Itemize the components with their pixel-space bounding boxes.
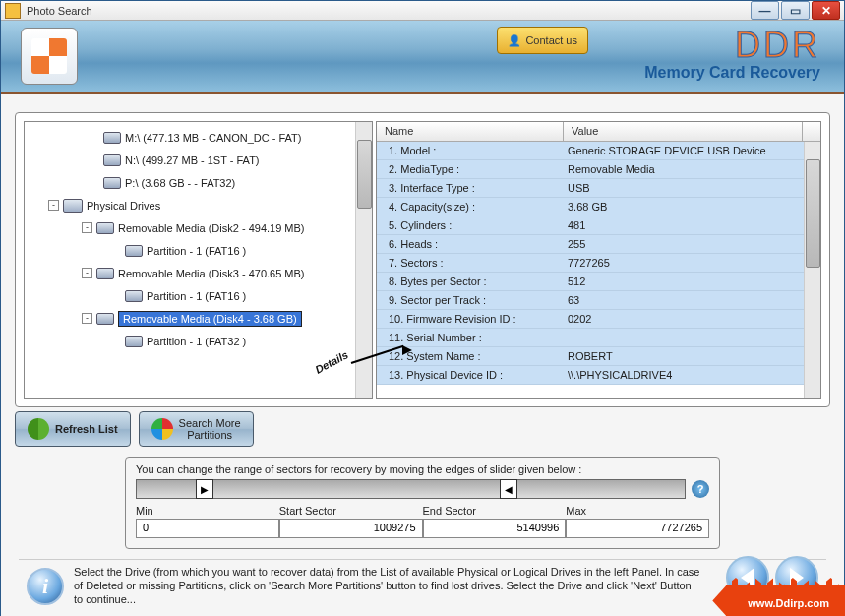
watermark: www.Ddirp.com bbox=[726, 585, 845, 616]
sector-slider[interactable]: ▶ ◀ bbox=[136, 479, 686, 499]
sector-range-panel: You can change the range of sectors for … bbox=[125, 457, 720, 549]
prop-value: Generic STORAGE DEVICE USB Device bbox=[564, 145, 820, 156]
prop-value: \\.\PHYSICALDRIVE4 bbox=[564, 369, 820, 381]
tree-item[interactable]: Partition - 1 (FAT16 ) bbox=[29, 284, 372, 307]
minimize-button[interactable]: — bbox=[751, 1, 779, 20]
prop-name: 11. Serial Number : bbox=[377, 332, 564, 343]
brand-logo-icon bbox=[31, 38, 67, 74]
search-more-partitions-button[interactable]: Search MorePartitions bbox=[139, 411, 254, 447]
window-title: Photo Search bbox=[27, 5, 751, 17]
drive-icon bbox=[103, 177, 121, 189]
min-value[interactable]: 0 bbox=[136, 519, 279, 538]
tree-item-label: M:\ (477.13 MB - CANON_DC - FAT) bbox=[125, 132, 302, 144]
prop-name: 10. Firmware Revision ID : bbox=[377, 313, 564, 325]
end-sector-label: End Sector bbox=[423, 505, 567, 517]
tree-item[interactable]: Partition - 1 (FAT16 ) bbox=[29, 239, 372, 262]
contact-us-button[interactable]: 👤 Contact us bbox=[497, 27, 588, 54]
props-scrollbar[interactable] bbox=[804, 142, 820, 398]
tree-item[interactable]: P:\ (3.68 GB - - FAT32) bbox=[29, 171, 372, 194]
tree-toggle[interactable]: - bbox=[82, 268, 92, 278]
prop-value: Removable Media bbox=[564, 163, 820, 175]
tree-toggle[interactable]: - bbox=[82, 313, 92, 324]
slider-handle-end[interactable]: ◀ bbox=[500, 479, 517, 499]
table-row[interactable]: 1. Model :Generic STORAGE DEVICE USB Dev… bbox=[377, 142, 820, 160]
prop-name: 7. Sectors : bbox=[377, 257, 564, 269]
brand-subtitle: Memory Card Recovery bbox=[644, 64, 820, 82]
info-text: Select the Drive (from which you want to… bbox=[74, 566, 818, 606]
table-row[interactable]: 6. Heads :255 bbox=[377, 235, 820, 254]
tree-toggle[interactable]: - bbox=[82, 222, 92, 233]
refresh-label: Refresh List bbox=[55, 423, 118, 435]
range-hint: You can change the range of sectors for … bbox=[136, 463, 709, 475]
table-row[interactable]: 3. Interface Type :USB bbox=[377, 179, 820, 198]
table-row[interactable]: 2. MediaType :Removable Media bbox=[377, 160, 820, 179]
close-button[interactable]: ✕ bbox=[812, 1, 840, 20]
table-row[interactable]: 9. Sector per Track :63 bbox=[377, 291, 820, 310]
table-row[interactable]: 11. Serial Number : bbox=[377, 329, 820, 347]
tree-item[interactable]: -Removable Media (Disk4 - 3.68 GB) bbox=[29, 307, 372, 330]
tree-item-label: P:\ (3.68 GB - - FAT32) bbox=[125, 177, 235, 189]
tree-item[interactable]: -Physical Drives bbox=[29, 194, 372, 216]
table-row[interactable]: 8. Bytes per Sector :512 bbox=[377, 273, 820, 291]
tree-item-label: Partition - 1 (FAT16 ) bbox=[147, 290, 246, 302]
tree-item-label: Removable Media (Disk4 - 3.68 GB) bbox=[118, 311, 302, 327]
search-more-label: Search MorePartitions bbox=[179, 417, 241, 441]
slider-handle-start[interactable]: ▶ bbox=[196, 479, 213, 499]
tree-item-label: Removable Media (Disk2 - 494.19 MB) bbox=[118, 222, 305, 234]
prop-name: 5. Cylinders : bbox=[377, 219, 564, 231]
prop-name: 4. Capacity(size) : bbox=[377, 201, 564, 213]
drive-icon bbox=[125, 245, 143, 257]
tree-item-label: Physical Drives bbox=[87, 200, 160, 212]
table-row[interactable]: 10. Firmware Revision ID :0202 bbox=[377, 310, 820, 329]
min-label: Min bbox=[136, 505, 279, 517]
drive-icon bbox=[125, 290, 143, 302]
prop-value: ROBERT bbox=[564, 350, 820, 362]
drive-icon bbox=[103, 154, 121, 166]
refresh-icon bbox=[28, 418, 49, 440]
titlebar: Photo Search — ▭ ✕ bbox=[1, 1, 844, 21]
drive-tree[interactable]: M:\ (477.13 MB - CANON_DC - FAT)N:\ (499… bbox=[24, 121, 373, 399]
drives-icon bbox=[63, 199, 83, 213]
prop-value: 7727265 bbox=[564, 257, 820, 269]
tree-item[interactable]: N:\ (499.27 MB - 1ST - FAT) bbox=[29, 149, 372, 171]
max-value[interactable]: 7727265 bbox=[566, 519, 709, 538]
tree-item[interactable]: M:\ (477.13 MB - CANON_DC - FAT) bbox=[29, 126, 372, 149]
prop-value: 63 bbox=[564, 294, 820, 306]
col-header-name[interactable]: Name bbox=[377, 122, 564, 141]
prop-name: 12. System Name : bbox=[377, 350, 564, 362]
table-row[interactable]: 5. Cylinders :481 bbox=[377, 216, 820, 235]
help-icon[interactable]: ? bbox=[692, 480, 709, 498]
drive-icon bbox=[103, 132, 121, 144]
info-panel: i Select the Drive (from which you want … bbox=[19, 559, 826, 612]
drive-icon bbox=[96, 268, 114, 279]
start-sector-label: Start Sector bbox=[279, 505, 423, 517]
main-panel: M:\ (477.13 MB - CANON_DC - FAT)N:\ (499… bbox=[15, 112, 830, 407]
person-icon: 👤 bbox=[508, 34, 521, 47]
table-row[interactable]: 4. Capacity(size) :3.68 GB bbox=[377, 198, 820, 216]
prop-name: 9. Sector per Track : bbox=[377, 294, 564, 306]
start-sector-value[interactable]: 1009275 bbox=[279, 519, 423, 538]
tree-item-label: Partition - 1 (FAT16 ) bbox=[147, 245, 246, 257]
brand-title: DDR bbox=[735, 25, 820, 66]
col-header-value[interactable]: Value bbox=[564, 122, 803, 141]
refresh-list-button[interactable]: Refresh List bbox=[15, 411, 131, 447]
contact-label: Contact us bbox=[525, 34, 577, 46]
table-row[interactable]: 12. System Name :ROBERT bbox=[377, 347, 820, 366]
prop-value: USB bbox=[564, 182, 820, 194]
prop-value: 3.68 GB bbox=[564, 201, 820, 213]
tree-toggle[interactable]: - bbox=[48, 200, 59, 211]
table-row[interactable]: 7. Sectors :7727265 bbox=[377, 254, 820, 273]
drive-icon bbox=[125, 336, 143, 347]
tree-item[interactable]: -Removable Media (Disk2 - 494.19 MB) bbox=[29, 216, 372, 239]
app-icon bbox=[5, 3, 21, 19]
tree-item[interactable]: Partition - 1 (FAT32 ) bbox=[29, 330, 372, 352]
tree-item[interactable]: -Removable Media (Disk3 - 470.65 MB) bbox=[29, 262, 372, 284]
prop-value: 0202 bbox=[564, 313, 820, 325]
table-row[interactable]: 13. Physical Device ID :\\.\PHYSICALDRIV… bbox=[377, 366, 820, 385]
tree-item-label: Partition - 1 (FAT32 ) bbox=[147, 336, 246, 347]
prop-value: 481 bbox=[564, 219, 820, 231]
maximize-button[interactable]: ▭ bbox=[781, 1, 810, 20]
header: 👤 Contact us DDR Memory Card Recovery bbox=[1, 21, 844, 94]
tree-scrollbar[interactable] bbox=[355, 122, 372, 398]
end-sector-value[interactable]: 5140996 bbox=[423, 519, 567, 538]
